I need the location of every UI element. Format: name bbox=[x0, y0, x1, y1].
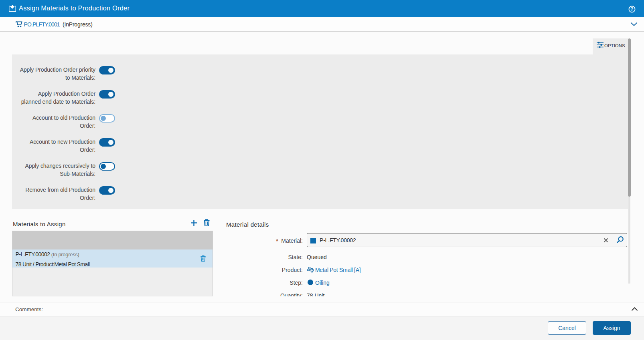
svg-text:?: ? bbox=[630, 6, 633, 12]
